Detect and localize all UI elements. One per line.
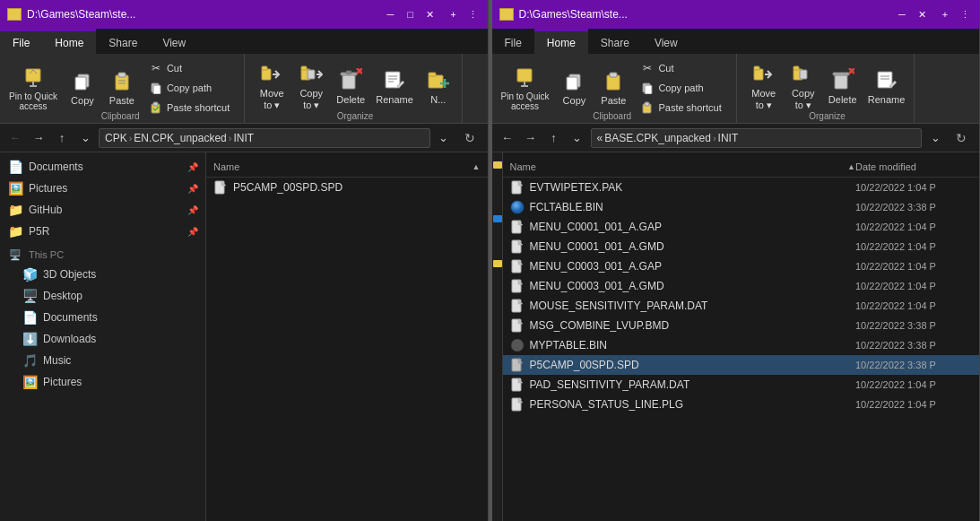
right-minimize-btn[interactable]: ─ (895, 7, 909, 22)
right-copy-to-btn[interactable]: Copyto ▾ (784, 57, 823, 115)
right-move-to-btn[interactable]: Moveto ▾ (744, 57, 784, 115)
left-organize-label: Organize (247, 111, 464, 121)
left-close-btn[interactable]: ✕ (423, 7, 438, 22)
right-sidebar-scroll (492, 152, 503, 521)
right-file-name-4: MENU_C0003_001_A.GAP (530, 260, 851, 273)
svg-rect-14 (262, 66, 267, 70)
right-rename-btn[interactable]: Rename (863, 64, 911, 109)
right-file-item-5[interactable]: MENU_C0003_001_A.GMD 10/22/2022 1:04 P (503, 276, 980, 296)
left-sidebar-p5r[interactable]: 📁 P5R 📌 (0, 221, 205, 242)
right-new-tab-btn[interactable]: + (938, 7, 952, 22)
left-sidebar-documents[interactable]: 📄 Documents 📌 (0, 156, 205, 178)
right-copy-path-btn[interactable]: Copy path (637, 79, 724, 97)
left-3dobjects[interactable]: 🧊 3D Objects (0, 264, 205, 285)
right-file-name-2: MENU_C0001_001_A.GAP (530, 221, 851, 233)
left-delete-btn[interactable]: Delete (331, 64, 370, 109)
right-tab-home[interactable]: Home (534, 29, 588, 54)
right-file-item-11[interactable]: PERSONA_STATUS_LINE.PLG 10/22/2022 1:04 … (503, 395, 980, 414)
left-tab-share[interactable]: Share (96, 29, 150, 54)
right-dropdown-btn[interactable]: ⌄ (925, 128, 945, 148)
right-close-btn[interactable]: ✕ (915, 7, 929, 22)
right-scroll-folder-3 (493, 260, 502, 267)
left-tab-menu-btn[interactable]: ⋮ (466, 7, 481, 22)
left-paste-icon (109, 68, 134, 93)
right-file-item-1[interactable]: FCLTABLE.BIN 10/22/2022 3:38 P (503, 197, 980, 217)
left-forward-btn[interactable]: → (29, 128, 48, 148)
left-address-path[interactable]: CPK › EN.CPK_unpacked › INIT (99, 128, 430, 148)
right-scroll-folder-2 (493, 215, 502, 222)
right-down-btn[interactable]: ⌄ (568, 128, 587, 148)
left-tab-view[interactable]: View (150, 29, 198, 54)
right-pin-quick-access-btn[interactable]: Pin to Quickaccess (496, 61, 555, 115)
left-copy-icon (70, 68, 95, 93)
left-copy-path-btn[interactable]: Copy path (145, 79, 233, 97)
left-file-name-0: P5CAMP_00SPD.SPD (233, 181, 481, 194)
left-sidebar-pin-2: 📌 (187, 205, 198, 215)
svg-rect-49 (833, 73, 849, 75)
left-pictures2[interactable]: 🖼️ Pictures (0, 371, 205, 393)
left-tab-file[interactable]: File (0, 29, 42, 54)
right-copy-to-icon (791, 61, 816, 86)
left-minimize-btn[interactable]: ─ (384, 7, 398, 22)
left-dropdown-btn[interactable]: ⌄ (434, 128, 454, 148)
left-cut-btn[interactable]: ✂ Cut (145, 59, 233, 77)
right-tab-file[interactable]: File (492, 29, 534, 54)
right-tab-menu-btn[interactable]: ⋮ (958, 7, 972, 22)
right-file-item-8[interactable]: MYPTABLE.BIN 10/22/2022 3:38 P (503, 335, 980, 355)
left-documents2[interactable]: 📄 Documents (0, 307, 205, 328)
left-sidebar-pictures[interactable]: 🖼️ Pictures 📌 (0, 178, 205, 199)
right-file-item-6[interactable]: MOUSE_SENSITIVITY_PARAM.DAT 10/22/2022 1… (503, 296, 980, 316)
svg-rect-48 (835, 74, 847, 89)
right-file-icon-5 (510, 279, 525, 293)
left-up-btn[interactable]: ↑ (52, 128, 72, 148)
svg-rect-43 (754, 69, 763, 80)
right-file-item-4[interactable]: MENU_C0003_001_A.GAP 10/22/2022 1:04 P (503, 256, 980, 276)
right-file-item-7[interactable]: MSG_COMBINE_LVUP.BMD 10/22/2022 3:38 P (503, 316, 980, 335)
right-file-item-2[interactable]: MENU_C0001_001_A.GAP 10/22/2022 1:04 P (503, 217, 980, 237)
left-back-btn[interactable]: ← (5, 128, 25, 148)
left-copy-path-label: Copy path (167, 82, 212, 93)
left-copy-btn[interactable]: Copy (63, 65, 102, 110)
right-cut-btn[interactable]: ✂ Cut (637, 59, 724, 77)
right-forward-btn[interactable]: → (521, 128, 541, 148)
left-organize-buttons: Moveto ▾ Copyto ▾ (252, 57, 458, 115)
right-file-date-10: 10/22/2022 1:04 P (855, 379, 972, 390)
left-paste-btn[interactable]: Paste (102, 65, 142, 110)
right-file-item-3[interactable]: MENU_C0001_001_A.GMD 10/22/2022 1:04 P (503, 237, 980, 256)
right-file-item-10[interactable]: PAD_SENSITIVITY_PARAM.DAT 10/22/2022 1:0… (503, 375, 980, 395)
left-file-item-0[interactable]: P5CAMP_00SPD.SPD (206, 178, 488, 197)
right-refresh-btn[interactable]: ↻ (949, 128, 974, 148)
left-downloads[interactable]: ⬇️ Downloads (0, 328, 205, 350)
right-delete-btn[interactable]: Delete (823, 64, 863, 109)
right-file-item-0[interactable]: EVTWIPETEX.PAK 10/22/2022 1:04 P (503, 178, 980, 197)
left-pin-quick-access-btn[interactable]: Pin to Quickaccess (4, 61, 63, 115)
right-paste-btn[interactable]: Paste (594, 65, 633, 110)
svg-rect-4 (75, 77, 86, 90)
right-back-btn[interactable]: ← (498, 128, 517, 148)
left-refresh-btn[interactable]: ↻ (457, 128, 482, 148)
left-down-btn[interactable]: ⌄ (75, 128, 95, 148)
right-tab-share[interactable]: Share (588, 29, 642, 54)
left-copy-to-btn[interactable]: Copyto ▾ (291, 57, 331, 115)
left-music[interactable]: 🎵 Music (0, 350, 205, 371)
left-music-icon: 🎵 (22, 353, 38, 368)
left-sidebar-documents-label: Documents (29, 161, 83, 173)
left-sidebar-github[interactable]: 📁 GitHub 📌 (0, 199, 205, 221)
left-panel: D:\Games\Steam\ste... ─ □ ✕ + ⋮ File Hom… (0, 0, 489, 521)
right-up-btn[interactable]: ↑ (544, 128, 564, 148)
right-copy-btn[interactable]: Copy (554, 65, 594, 110)
left-new-tab-btn[interactable]: + (447, 7, 461, 22)
left-desktop[interactable]: 🖥️ Desktop (0, 285, 205, 307)
right-file-icon-0 (510, 180, 525, 195)
left-maximize-btn[interactable]: □ (403, 7, 418, 22)
left-move-to-btn[interactable]: Moveto ▾ (252, 57, 291, 115)
right-address-path[interactable]: « BASE.CPK_unpacked › INIT (591, 128, 923, 148)
left-file-header: Name ▲ (206, 156, 488, 178)
right-tab-view[interactable]: View (642, 29, 690, 54)
svg-rect-13 (262, 69, 271, 80)
left-new-folder-btn[interactable]: N... (419, 64, 458, 109)
right-file-icon-2 (510, 220, 525, 234)
right-file-item-9[interactable]: P5CAMP_00SPD.SPD 10/22/2022 3:38 P (503, 355, 980, 375)
left-tab-home[interactable]: Home (42, 29, 96, 54)
left-rename-btn[interactable]: Rename (370, 64, 419, 109)
